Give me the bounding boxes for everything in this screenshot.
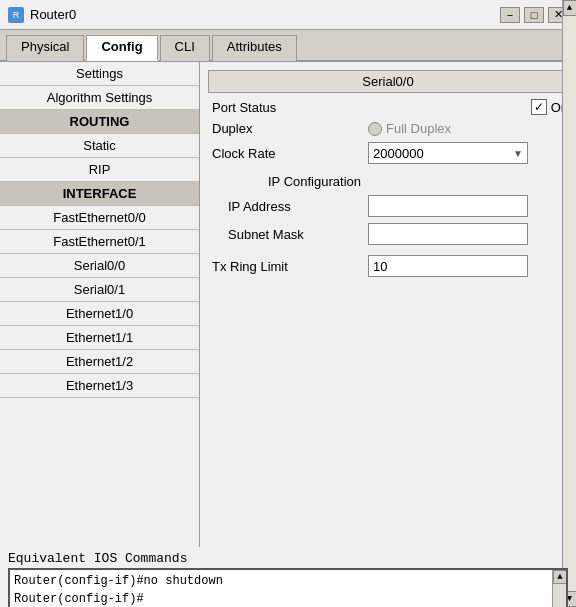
sidebar-item-ethernet12[interactable]: Ethernet1/2 bbox=[0, 350, 199, 374]
maximize-button[interactable]: □ bbox=[524, 7, 544, 23]
terminal-line-2: Router(config-if)# bbox=[14, 590, 548, 607]
title-bar: R Router0 − □ ✕ bbox=[0, 0, 576, 30]
terminal-scroll-track bbox=[553, 584, 566, 607]
sidebar-item-serial00[interactable]: Serial0/0 bbox=[0, 254, 199, 278]
sidebar-item-rip[interactable]: RIP bbox=[0, 158, 199, 182]
duplex-radio-circle bbox=[368, 122, 382, 136]
sidebar-list: Settings Algorithm Settings ROUTING Stat… bbox=[0, 62, 199, 547]
port-status-checkbox[interactable]: ✓ bbox=[531, 99, 547, 115]
ip-address-label: IP Address bbox=[208, 199, 368, 214]
clock-rate-value: 2000000 bbox=[373, 146, 424, 161]
minimize-button[interactable]: − bbox=[500, 7, 520, 23]
port-status-row: Port Status ✓ On bbox=[208, 99, 568, 115]
main-content: Settings Algorithm Settings ROUTING Stat… bbox=[0, 62, 576, 547]
app-icon: R bbox=[8, 7, 24, 23]
clock-rate-row: Clock Rate 2000000 ▼ bbox=[208, 142, 568, 164]
sidebar-item-routing-header: ROUTING bbox=[0, 110, 199, 134]
ip-config-label: IP Configuration bbox=[208, 170, 568, 193]
duplex-row: Duplex Full Duplex bbox=[208, 121, 568, 136]
sidebar-item-fastethernet01[interactable]: FastEthernet0/1 bbox=[0, 230, 199, 254]
ios-terminal: Router(config-if)#no shutdown Router(con… bbox=[8, 568, 568, 607]
clock-rate-dropdown[interactable]: 2000000 ▼ bbox=[368, 142, 528, 164]
ip-address-row: IP Address bbox=[208, 195, 568, 217]
right-panel: Serial0/0 Port Status ✓ On Duplex Full D… bbox=[200, 62, 576, 547]
sidebar-item-serial01[interactable]: Serial0/1 bbox=[0, 278, 199, 302]
subnet-mask-row: Subnet Mask bbox=[208, 223, 568, 245]
port-status-label: Port Status bbox=[208, 100, 531, 115]
terminal-scrollbar[interactable]: ▲ ▼ bbox=[552, 570, 566, 607]
duplex-radio-option[interactable]: Full Duplex bbox=[368, 121, 451, 136]
window-title: Router0 bbox=[30, 7, 76, 22]
tx-ring-limit-row: Tx Ring Limit bbox=[208, 255, 568, 277]
tab-attributes[interactable]: Attributes bbox=[212, 35, 297, 61]
tab-cli[interactable]: CLI bbox=[160, 35, 210, 61]
svg-text:R: R bbox=[13, 10, 20, 20]
ios-terminal-inner[interactable]: Router(config-if)#no shutdown Router(con… bbox=[14, 572, 562, 607]
subnet-mask-label: Subnet Mask bbox=[208, 227, 368, 242]
window-controls[interactable]: − □ ✕ bbox=[500, 7, 568, 23]
terminal-scroll-up[interactable]: ▲ bbox=[553, 570, 567, 584]
sidebar-item-ethernet13[interactable]: Ethernet1/3 bbox=[0, 374, 199, 398]
tab-config[interactable]: Config bbox=[86, 35, 157, 61]
sidebar-item-settings[interactable]: Settings bbox=[0, 62, 199, 86]
sidebar-item-interface-header: INTERFACE bbox=[0, 182, 199, 206]
dropdown-arrow-icon: ▼ bbox=[513, 148, 523, 159]
sidebar: Settings Algorithm Settings ROUTING Stat… bbox=[0, 62, 200, 547]
subnet-mask-input[interactable] bbox=[368, 223, 528, 245]
duplex-label: Duplex bbox=[212, 121, 368, 136]
title-bar-left: R Router0 bbox=[8, 7, 76, 23]
duplex-value: Full Duplex bbox=[386, 121, 451, 136]
terminal-line-1: Router(config-if)#no shutdown bbox=[14, 572, 548, 590]
ios-commands-label: Equivalent IOS Commands bbox=[8, 551, 568, 566]
panel-title: Serial0/0 bbox=[208, 70, 568, 93]
clock-rate-label: Clock Rate bbox=[208, 146, 368, 161]
tx-ring-limit-label: Tx Ring Limit bbox=[208, 259, 368, 274]
sidebar-item-algorithm-settings[interactable]: Algorithm Settings bbox=[0, 86, 199, 110]
tab-bar: Physical Config CLI Attributes bbox=[0, 30, 576, 62]
ip-address-input[interactable] bbox=[368, 195, 528, 217]
sidebar-item-static[interactable]: Static bbox=[0, 134, 199, 158]
tx-ring-limit-input[interactable] bbox=[368, 255, 528, 277]
sidebar-item-ethernet11[interactable]: Ethernet1/1 bbox=[0, 326, 199, 350]
sidebar-item-ethernet10[interactable]: Ethernet1/0 bbox=[0, 302, 199, 326]
sidebar-item-fastethernet00[interactable]: FastEthernet0/0 bbox=[0, 206, 199, 230]
tab-physical[interactable]: Physical bbox=[6, 35, 84, 61]
bottom-area: Equivalent IOS Commands Router(config-if… bbox=[0, 547, 576, 607]
